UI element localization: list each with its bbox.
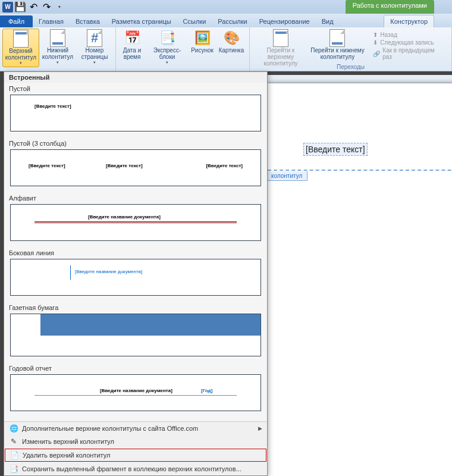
tab-file[interactable]: Файл <box>0 15 33 27</box>
quick-parts-label: Экспресс-блоки <box>147 47 187 60</box>
nav-next-button: ⬇Следующая запись <box>369 39 445 46</box>
gallery-item-blank-3col[interactable]: [Введите текст] [Введите текст] [Введите… <box>10 149 261 186</box>
word-app-icon: W <box>2 2 13 12</box>
header-footer-tab: колонтитул <box>266 171 307 181</box>
tab-view[interactable]: Вид <box>316 15 340 27</box>
tab-page-layout[interactable]: Разметка страницы <box>106 15 177 27</box>
header-boundary <box>268 170 452 171</box>
header-gallery-dropdown: Встроенный Пустой [Введите текст] Пустой… <box>4 71 268 476</box>
nav-same-as-prev-button: 🔗Как в предыдущем раз <box>369 46 445 61</box>
gallery-item-label: Годовой отчет <box>4 362 267 373</box>
undo-icon: ↶ <box>30 1 37 12</box>
gallery-item-alphabet[interactable]: [Введите название документа] <box>10 204 261 241</box>
page-number-icon: # <box>85 30 104 46</box>
calendar-icon: 📅 <box>123 30 142 46</box>
chevron-down-icon: ▾ <box>20 61 22 65</box>
tab-review[interactable]: Рецензирование <box>253 15 316 27</box>
tab-mailings[interactable]: Рассылки <box>212 15 253 27</box>
tab-references[interactable]: Ссылки <box>177 15 212 27</box>
header-button[interactable]: Верхний колонтитул ▾ <box>2 29 39 67</box>
document-page[interactable]: [Введите текст] колонтитул <box>268 83 452 476</box>
ribbon-group-insert: 📅 Дата и время 📑 Экспресс-блоки ▾ 🖼️ Рис… <box>116 27 250 71</box>
globe-icon: 🌐 <box>9 424 18 433</box>
chevron-right-icon: ▶ <box>258 425 262 431</box>
ribbon: Верхний колонтитул ▾ Нижний колонтитул ▾… <box>0 27 452 71</box>
gallery-item-newsprint[interactable] <box>10 314 261 356</box>
tab-insert[interactable]: Вставка <box>70 15 106 27</box>
contextual-tab-header: Работа с колонтитулами <box>346 0 434 14</box>
header-icon <box>11 30 30 47</box>
back-icon: ⬆ <box>373 32 378 38</box>
save-to-gallery-icon: 📑 <box>9 464 18 474</box>
footer-icon <box>48 30 67 46</box>
save-button[interactable]: 💾 <box>14 2 26 12</box>
ribbon-group-navigation: Перейти к верхнему колонтитулу Перейти к… <box>250 27 452 71</box>
goto-footer-label: Перейти к нижнему колонтитулу <box>310 47 365 60</box>
date-time-label: Дата и время <box>120 47 145 60</box>
page-number-label: Номер страницы <box>77 47 112 60</box>
gallery-item-blank[interactable]: [Введите текст] <box>10 95 261 131</box>
gallery-item-label: Пустой <box>4 83 267 93</box>
tab-design-context[interactable]: Конструктор <box>384 15 434 27</box>
gallery-section-builtin: Встроенный <box>4 72 267 83</box>
tab-home[interactable]: Главная <box>33 15 70 27</box>
qat-customize[interactable]: ▼ <box>54 2 65 12</box>
save-icon: 💾 <box>14 1 26 12</box>
date-time-button[interactable]: 📅 Дата и время <box>118 29 146 66</box>
footer-button[interactable]: Нижний колонтитул ▾ <box>39 29 76 67</box>
clipart-button[interactable]: 🎨 Картинка <box>216 29 247 66</box>
redo-button[interactable]: ↷ <box>40 2 52 12</box>
gallery-item-label: Газетная бумага <box>4 302 267 312</box>
gallery-item-label: Боковая линия <box>4 247 267 258</box>
menu-save-selection[interactable]: 📑 Сохранить выделенный фрагмент в коллек… <box>4 462 267 475</box>
chevron-down-icon: ▾ <box>56 60 59 65</box>
gallery-scroll-area[interactable]: Встроенный Пустой [Введите текст] Пустой… <box>4 72 267 422</box>
edit-icon: ✎ <box>9 437 18 446</box>
remove-icon: 📄 <box>10 450 19 460</box>
undo-button[interactable]: ↶ <box>27 2 39 12</box>
gallery-item-annual[interactable]: [Введите название документа] [Год] <box>10 374 261 411</box>
clipart-icon: 🎨 <box>222 30 241 46</box>
goto-footer-icon <box>328 30 347 46</box>
picture-icon: 🖼️ <box>193 30 212 46</box>
link-icon: 🔗 <box>373 51 380 57</box>
chevron-down-icon: ▼ <box>58 5 62 9</box>
menu-edit-header[interactable]: ✎ Изменить верхний колонтитул <box>4 435 267 448</box>
horizontal-ruler[interactable] <box>268 75 452 83</box>
quick-parts-icon: 📑 <box>158 30 177 46</box>
chevron-down-icon: ▾ <box>166 60 168 65</box>
footer-button-label: Нижний колонтитул <box>40 47 75 60</box>
clipart-label: Картинка <box>219 47 244 54</box>
gallery-item-label: Алфавит <box>4 192 267 203</box>
quick-parts-button[interactable]: 📑 Экспресс-блоки ▾ <box>146 29 189 66</box>
header-button-label: Верхний колонтитул <box>4 48 37 61</box>
picture-button[interactable]: 🖼️ Рисунок <box>189 29 216 66</box>
ribbon-group-header-footer: Верхний колонтитул ▾ Нижний колонтитул ▾… <box>0 27 116 71</box>
chevron-down-icon: ▾ <box>93 60 96 65</box>
header-placeholder[interactable]: [Введите текст] <box>303 143 368 156</box>
gallery-item-label: Пустой (3 столбца) <box>4 137 267 148</box>
menu-more-from-office[interactable]: 🌐 Дополнительные верхние колонтитулы с с… <box>4 422 267 435</box>
goto-header-icon <box>271 30 290 46</box>
gallery-item-sideline[interactable]: [Введите название документа] <box>10 259 261 296</box>
nav-back-button: ⬆Назад <box>369 31 445 39</box>
picture-label: Рисунок <box>191 47 214 54</box>
ribbon-tabs: Файл Главная Вставка Разметка страницы С… <box>0 14 452 27</box>
menu-remove-header[interactable]: 📄 Удалить верхний колонтитул <box>5 449 266 462</box>
redo-icon: ↷ <box>43 1 51 12</box>
ribbon-group-label: Переходы <box>250 64 451 70</box>
gallery-menu: 🌐 Дополнительные верхние колонтитулы с с… <box>4 422 267 475</box>
page-number-button[interactable]: # Номер страницы ▾ <box>76 29 113 67</box>
next-icon: ⬇ <box>373 39 378 46</box>
